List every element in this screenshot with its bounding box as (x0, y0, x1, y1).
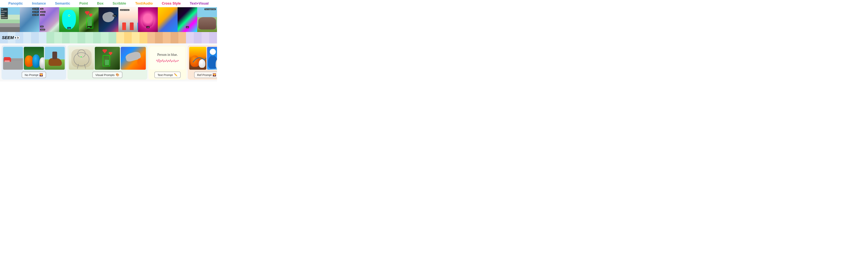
text-label-text: Text Prompt (157, 73, 173, 77)
ref-panel: Ref Prompt 🌄 (188, 45, 217, 80)
box-image: dog (79, 7, 99, 32)
image-strip: skymountaingrassplanepavement bird 96% b… (0, 7, 217, 32)
textvisual-image: Text: largest bear (197, 7, 217, 32)
text-panel: Person in blue. Text Prompt ✏️ (149, 45, 187, 80)
noprompt-label: No Prompt 🌄 (22, 71, 46, 78)
noprompt-emoji: 🌄 (39, 73, 43, 77)
text-label: Text Prompt ✏️ (154, 71, 181, 78)
text-prompt-sentence: Person in blue. (157, 53, 178, 57)
crossstyle-image-3: cat (178, 7, 197, 32)
seem-logo: SEEM 👀 (2, 35, 20, 40)
nav-crossstyle[interactable]: Cross Style (162, 2, 181, 5)
nav-semantic[interactable]: Semantic (55, 2, 70, 5)
visual-text: Visual Prompts (95, 73, 115, 77)
scribble-image: dog (99, 7, 118, 32)
noprompt-text: No Prompt (25, 73, 38, 77)
seem-eyes: 👀 (14, 35, 20, 40)
instance-image-2: sky person horse tree desert (39, 7, 59, 32)
svg-line-3 (84, 64, 86, 69)
top-navigation: Panoptic Instance Semantic Point Box Scr… (0, 0, 217, 7)
point-image: dog (59, 7, 79, 32)
noprompt-images (3, 47, 65, 70)
visual-img-dog (69, 47, 94, 70)
svg-line-2 (77, 64, 79, 69)
seem-banner: SEEM 👀 (0, 32, 217, 43)
nav-instance[interactable]: Instance (32, 2, 46, 5)
noprompt-img-birds (24, 47, 44, 70)
nav-textaudio[interactable]: Text/Audio (135, 2, 153, 5)
ref-label-emoji: 🌄 (213, 73, 216, 77)
text-label-emoji: ✏️ (174, 73, 178, 77)
audio-waveform (156, 58, 179, 64)
nav-scribble[interactable]: Scribble (113, 2, 126, 5)
seem-text: SEEM (2, 35, 14, 40)
visual-label: Visual Prompts 🎨 (92, 71, 122, 78)
text-content: Person in blue. (150, 47, 185, 70)
stripe-background (0, 32, 217, 43)
noprompt-panel: No Prompt 🌄 (2, 45, 66, 80)
ref-img-doraemon (207, 47, 217, 70)
visual-emoji: 🎨 (116, 73, 119, 77)
nav-panoptic[interactable]: Panoptic (8, 2, 23, 5)
visual-img-rocket (121, 47, 146, 70)
nav-box[interactable]: Box (97, 2, 103, 5)
ref-label-text: Ref Prompt (197, 73, 212, 77)
svg-point-0 (74, 53, 89, 66)
visual-images (69, 47, 146, 70)
nav-textvisual[interactable]: Text+Visual (190, 2, 209, 5)
panoptic-image: skymountaingrassplanepavement (0, 7, 20, 32)
ref-images (189, 47, 217, 70)
noprompt-img-horseman (45, 47, 65, 70)
visual-img-minecraft (95, 47, 120, 70)
nav-point[interactable]: Point (80, 2, 88, 5)
noprompt-img-airport (3, 47, 23, 70)
crossstyle-image-1: cat (138, 7, 158, 32)
text-content-area: Person in blue. (150, 47, 185, 70)
visual-panel: Visual Prompts 🎨 (67, 45, 147, 80)
instance-image-1: bird 96% bird 99% bird 98% (20, 7, 40, 32)
ref-img-cat (189, 47, 206, 70)
textaudio-image: person in blue (118, 7, 138, 32)
crossstyle-image-2 (158, 7, 178, 32)
bottom-section: No Prompt 🌄 (0, 43, 217, 82)
ref-label: Ref Prompt 🌄 (194, 71, 217, 78)
